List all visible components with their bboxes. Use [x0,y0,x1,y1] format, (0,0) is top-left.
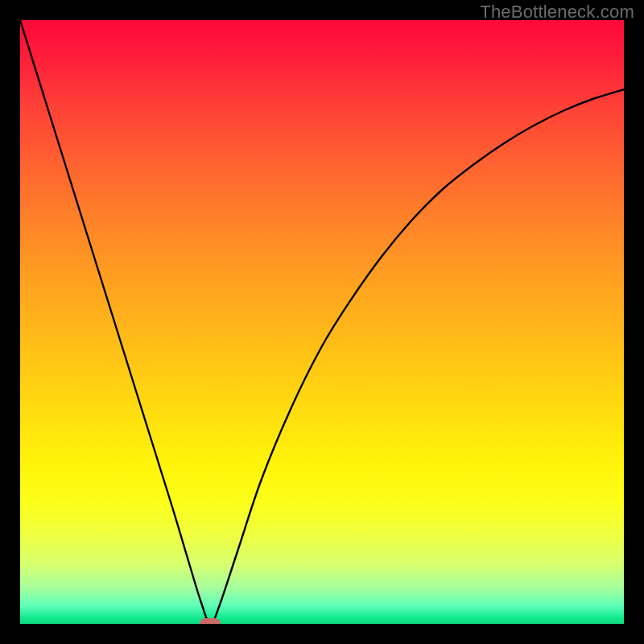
watermark-text: TheBottleneck.com [480,2,634,23]
minimum-marker [200,618,221,624]
chart-frame: TheBottleneck.com [0,0,644,644]
curve-layer [20,20,624,624]
plot-area [20,20,624,624]
bottleneck-curve [20,20,624,624]
